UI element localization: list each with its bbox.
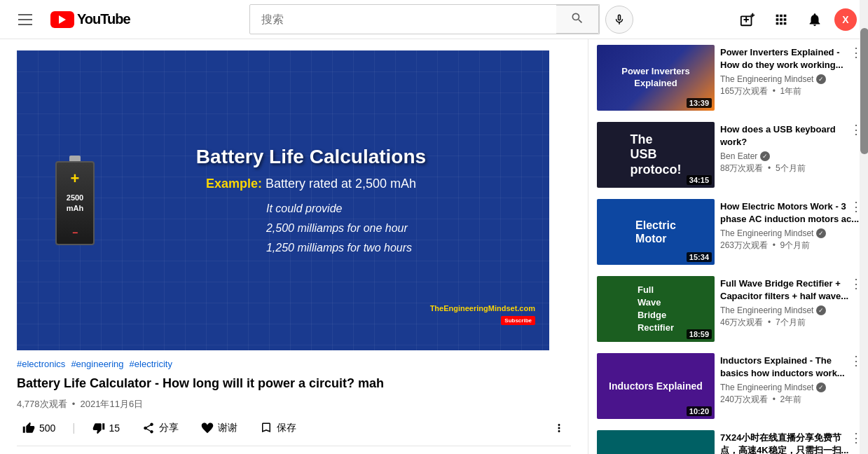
thumbnail-3: FullWaveBridgeRectifier 18:59 <box>597 276 715 342</box>
watermark-area: TheEngineeringMindset.com Subscribe <box>430 304 535 325</box>
create-button[interactable] <box>733 6 762 34</box>
share-icon <box>142 422 155 434</box>
sidebar-info-4: Inductors Explained - The basics how ind… <box>720 353 860 419</box>
search-box <box>249 4 600 34</box>
video-text-content: Battery Life Calculations Example: Batte… <box>59 146 549 254</box>
thumb-label-5: 免费节点 高速稳定24小时不间断公直 <box>597 430 715 454</box>
search-button[interactable] <box>556 5 599 34</box>
mic-icon <box>613 13 626 26</box>
verified-icon-0: ✓ <box>816 74 826 84</box>
watermark-text: TheEngineeringMindset.com <box>430 304 535 312</box>
thumbup-icon <box>22 422 35 434</box>
sidebar-item-4[interactable]: Inductors Explained 10:20 Inductors Expl… <box>588 348 868 425</box>
bullet2: 2,500 milliamps for one hour <box>266 222 408 235</box>
youtube-logo-text: YouTube <box>77 11 130 27</box>
mic-button[interactable] <box>605 6 633 34</box>
verified-icon-1: ✓ <box>760 151 770 161</box>
save-button[interactable]: 保存 <box>254 419 302 437</box>
duration-2: 15:34 <box>687 252 712 262</box>
duration-4: 10:20 <box>687 406 712 416</box>
sidebar-title-1: How does a USB keyboard work? <box>720 123 860 149</box>
verified-icon-4: ✓ <box>816 383 826 392</box>
sidebar-item[interactable]: Power InvertersExplained 13:39 Power Inv… <box>588 39 868 116</box>
save-label: 保存 <box>277 422 296 434</box>
video-actions: 500 | 15 分享 谢谢 保存 <box>17 419 571 446</box>
verified-icon-2: ✓ <box>816 228 826 238</box>
sidebar-channel-2: The Engineering Mindset ✓ <box>720 228 860 238</box>
youtube-logo[interactable]: YouTube <box>50 11 130 28</box>
example-label: Example: <box>206 177 262 191</box>
header-right: X <box>731 6 857 34</box>
hamburger-button[interactable] <box>11 6 39 34</box>
header: YouTube X <box>0 0 868 39</box>
search-icon <box>570 11 584 25</box>
sidebar-info-1: How does a USB keyboard work? Ben Eater … <box>720 122 860 188</box>
youtube-logo-icon <box>50 11 74 28</box>
video-title-main: Battery Life Calculator - How long will … <box>17 375 571 392</box>
sidebar-info-3: Full Wave Bridge Rectifier + Capacitor f… <box>720 276 860 342</box>
sidebar-info-5: 7X24小时在线直播分享免费节点，高速4K稳定，只需扫一扫... 免费节点 <box>720 430 860 454</box>
video-player[interactable]: + 2500mAh − Battery Life Calculations Ex… <box>17 50 549 350</box>
sidebar-views-4: 240万次观看 • 2年前 <box>720 394 860 406</box>
sidebar: Power InvertersExplained 13:39 Power Inv… <box>588 39 868 454</box>
share-button[interactable]: 分享 <box>137 419 184 437</box>
video-example-line: Example: Battery rated at 2,500 mAh <box>206 177 416 191</box>
sidebar-info-2: How Electric Motors Work - 3 phase AC in… <box>720 199 860 265</box>
verified-icon-3: ✓ <box>816 305 826 315</box>
video-bullets: It could provide 2,500 milliamps for one… <box>266 202 412 254</box>
video-tags: #electronics #engineering #electricity <box>17 359 571 369</box>
scrollbar[interactable] <box>860 0 868 454</box>
duration-0: 13:39 <box>687 98 712 108</box>
sidebar-channel-0: The Engineering Mindset ✓ <box>720 74 860 84</box>
battery-illustration: + 2500mAh − <box>55 156 95 245</box>
dislike-button[interactable]: 15 <box>87 419 126 437</box>
more-button[interactable] <box>547 419 571 437</box>
sidebar-channel-4: The Engineering Mindset ✓ <box>720 383 860 392</box>
search-input[interactable] <box>250 8 556 32</box>
notifications-button[interactable] <box>801 6 829 34</box>
bullet1: It could provide <box>266 202 343 215</box>
thanks-label: 谢谢 <box>218 422 237 434</box>
dislike-count: 15 <box>109 422 120 434</box>
bell-icon <box>807 12 822 27</box>
save-icon <box>260 422 273 434</box>
header-left: YouTube <box>11 6 151 34</box>
tag-electricity[interactable]: #electricity <box>130 359 172 369</box>
sidebar-title-5: 7X24小时在线直播分享免费节点，高速4K稳定，只需扫一扫... <box>720 432 860 454</box>
video-area: + 2500mAh − Battery Life Calculations Ex… <box>0 39 588 454</box>
like-button[interactable]: 500 <box>17 419 61 437</box>
sidebar-views-0: 165万次观看 • 1年前 <box>720 85 860 97</box>
thumbdown-icon <box>92 422 105 434</box>
share-label: 分享 <box>159 422 179 434</box>
upload-date: 2021年11月6日 <box>81 399 144 409</box>
sidebar-channel-1: Ben Eater ✓ <box>720 151 860 161</box>
sidebar-item-2[interactable]: ElectricMotor 15:34 How Electric Motors … <box>588 193 868 270</box>
bullet3: 1,250 milliamps for two hours <box>266 242 412 254</box>
like-count: 500 <box>39 422 55 434</box>
video-thumbnail: + 2500mAh − Battery Life Calculations Ex… <box>17 50 549 350</box>
sidebar-info-0: Power Inverters Explained - How do they … <box>720 45 860 111</box>
thumbnail-2: ElectricMotor 15:34 <box>597 199 715 265</box>
duration-1: 34:15 <box>687 175 712 185</box>
thanks-button[interactable]: 谢谢 <box>195 419 243 437</box>
example-text: Battery rated at 2,500 mAh <box>266 177 416 191</box>
sidebar-views-3: 46万次观看 • 7个月前 <box>720 317 860 329</box>
main: + 2500mAh − Battery Life Calculations Ex… <box>0 39 868 454</box>
header-center <box>151 4 731 34</box>
sidebar-title-2: How Electric Motors Work - 3 phase AC in… <box>720 200 860 226</box>
apps-button[interactable] <box>767 6 795 34</box>
sidebar-title-3: Full Wave Bridge Rectifier + Capacitor f… <box>720 277 860 303</box>
sidebar-views-2: 263万次观看 • 9个月前 <box>720 240 860 252</box>
tag-electronics[interactable]: #electronics <box>17 359 65 369</box>
sidebar-item-5[interactable]: 免费节点 高速稳定24小时不间断公直 7X24小时在线直播分享免费节点，高速4K… <box>588 425 868 454</box>
avatar[interactable]: X <box>834 8 857 31</box>
sidebar-item-3[interactable]: FullWaveBridgeRectifier 18:59 Full Wave … <box>588 270 868 348</box>
sidebar-channel-3: The Engineering Mindset ✓ <box>720 305 860 315</box>
scrollbar-thumb[interactable] <box>860 28 868 154</box>
sidebar-item-1[interactable]: TheUSBprotoco! 34:15 How does a USB keyb… <box>588 116 868 193</box>
subscribe-badge: Subscribe <box>501 316 535 325</box>
more-icon <box>553 422 565 434</box>
duration-3: 18:59 <box>687 329 712 339</box>
create-icon <box>740 12 755 27</box>
tag-engineering[interactable]: #engineering <box>71 359 123 369</box>
